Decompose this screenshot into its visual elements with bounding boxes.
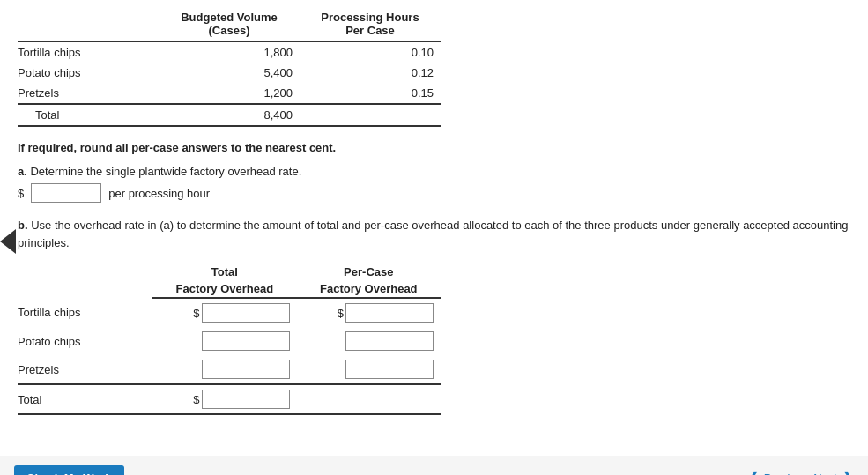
potato-total-input[interactable]: [202, 331, 290, 351]
check-work-button[interactable]: Check My Work: [14, 465, 124, 475]
part-a-letter: a.: [18, 165, 27, 178]
next-button[interactable]: Next: [813, 471, 837, 475]
tortilla-total-input[interactable]: [202, 303, 290, 323]
bottom-row1-percase-cell: $: [297, 298, 441, 327]
bottom-col1-header: [18, 263, 152, 280]
bottom-header-row2: Factory Overhead Factory Overhead: [18, 280, 441, 298]
top-table: Budgeted Volume(Cases) Processing HoursP…: [18, 9, 441, 127]
potato-percase-input[interactable]: [345, 331, 434, 351]
pretzels-percase-input[interactable]: [345, 360, 434, 379]
total-overhead-input[interactable]: [202, 390, 290, 409]
col1-header: [18, 9, 159, 41]
row1-label: Tortilla chips: [18, 41, 159, 63]
table-row: Tortilla chips $ $: [18, 298, 441, 327]
tortilla-percase-input[interactable]: [345, 303, 434, 323]
bottom-row1-total-dollar-wrap: $: [193, 303, 289, 323]
next-chevron-icon: ❯: [842, 470, 854, 475]
bottom-total-input-cell: $: [152, 384, 296, 414]
previous-button[interactable]: Previous: [764, 471, 809, 475]
col2-header: Budgeted Volume(Cases): [159, 9, 300, 41]
part-a-label: a. Determine the single plantwide factor…: [18, 165, 850, 178]
part-b-text: b. Use the overhead rate in (a) to deter…: [18, 217, 850, 251]
bottom-row3-label: Pretzels: [18, 355, 152, 384]
part-b-letter: b.: [18, 219, 28, 232]
bottom-row3-percase-cell: [297, 355, 441, 384]
instruction-text: If required, round all per-case answers …: [18, 141, 850, 154]
table-row: Pretzels 1,200 0.15: [18, 83, 441, 104]
bottom-row2-percase-cell: [297, 327, 441, 355]
bottom-header-row1: Total Per-Case: [18, 263, 441, 280]
row1-volume: 1,800: [159, 41, 300, 63]
bottom-col1-sub: [18, 280, 152, 298]
bottom-row3-total-cell: [152, 355, 296, 384]
total-volume: 8,400: [159, 104, 300, 126]
bottom-total-dollar-wrap: $: [193, 390, 289, 409]
total-hours-empty: [300, 104, 441, 126]
table-row: Potato chips 5,400 0.12: [18, 63, 441, 83]
row3-label: Pretzels: [18, 83, 159, 104]
bottom-col2-header-line2: Factory Overhead: [152, 280, 296, 298]
bottom-total-dollar-sign: $: [193, 393, 199, 406]
bottom-total-label: Total: [18, 384, 152, 414]
table-row: Pretzels: [18, 355, 441, 384]
row1-hours: 0.10: [300, 41, 441, 63]
bottom-row1-dollar-sign: $: [193, 307, 199, 320]
bottom-col3-header-line1: Per-Case: [297, 263, 441, 280]
part-a-suffix: per processing hour: [108, 187, 210, 200]
row2-label: Potato chips: [18, 63, 159, 83]
part-a-rate-input[interactable]: [31, 183, 101, 203]
row3-hours: 0.15: [300, 83, 441, 104]
previous-chevron-icon: ❮: [747, 470, 759, 475]
total-row: Total $: [18, 384, 441, 414]
total-label: Total: [18, 104, 159, 126]
row2-volume: 5,400: [159, 63, 300, 83]
part-a-input-row: $ per processing hour: [18, 183, 850, 203]
bottom-col3-header-line2: Factory Overhead: [297, 280, 441, 298]
table-row: Potato chips: [18, 327, 441, 355]
bottom-col2-header-line1: Total: [152, 263, 296, 280]
bottom-total-percase-empty: [297, 384, 441, 414]
part-a-dollar: $: [18, 187, 24, 200]
bottom-table: Total Per-Case Factory Overhead Factory …: [18, 263, 441, 415]
row2-hours: 0.12: [300, 63, 441, 83]
nav-buttons: ❮ Previous Next ❯: [747, 470, 854, 475]
bottom-row1-total-cell: $: [152, 298, 296, 327]
bottom-row2-label: Potato chips: [18, 327, 152, 355]
part-b-description: Use the overhead rate in (a) to determin…: [18, 219, 848, 249]
footer: Check My Work ❮ Previous Next ❯: [0, 456, 868, 475]
part-a-text: Determine the single plantwide factory o…: [30, 165, 301, 178]
left-arrow-icon: [0, 229, 16, 254]
pretzels-total-input[interactable]: [202, 360, 290, 379]
bottom-row2-total-cell: [152, 327, 296, 355]
table-row: Tortilla chips 1,800 0.10: [18, 41, 441, 63]
total-row: Total 8,400: [18, 104, 441, 126]
bottom-row1-percase-dollar-wrap: $: [338, 303, 434, 323]
main-content: Budgeted Volume(Cases) Processing HoursP…: [0, 0, 868, 475]
col3-header: Processing HoursPer Case: [300, 9, 441, 41]
row3-volume: 1,200: [159, 83, 300, 104]
bottom-row1-label: Tortilla chips: [18, 298, 152, 327]
bottom-row1-percase-dollar-sign: $: [338, 307, 344, 320]
